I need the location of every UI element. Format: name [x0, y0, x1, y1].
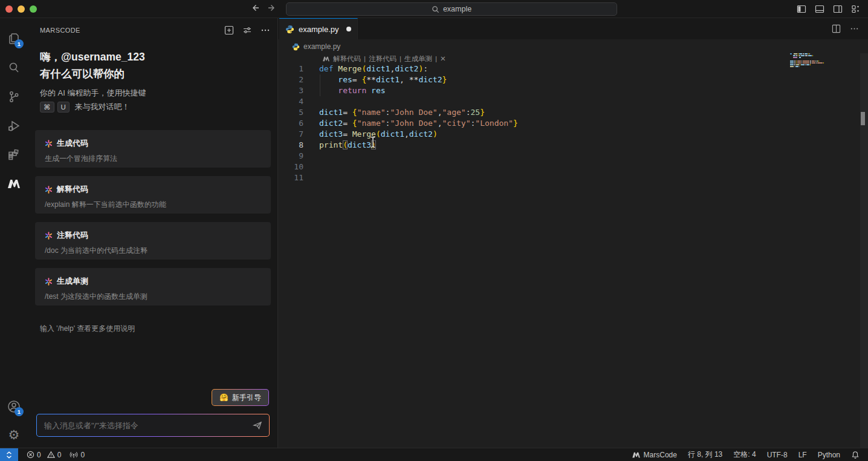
remote-indicator[interactable]	[0, 448, 18, 461]
code-line[interactable]: 6dict2= {"name":"John Doe","city":"Londo…	[278, 118, 868, 129]
code-line[interactable]: 1def Merge(dict1,dict2):	[278, 64, 868, 74]
extensions-icon	[7, 148, 21, 162]
help-hint: 输入 '/help' 查看更多使用说明	[40, 324, 135, 334]
tab-example-py[interactable]: example.py	[279, 18, 358, 39]
activity-bar: 1 1 ⚙	[0, 18, 28, 448]
ports-status[interactable]: 0	[70, 451, 85, 459]
code-editor[interactable]: 解释代码 | 注释代码 | 生成单测 | ✕ 1def Merge(dict1,…	[278, 54, 868, 448]
python-file-icon	[285, 25, 294, 34]
toggle-secondary-sidebar-icon[interactable]	[833, 4, 843, 14]
scrollbar-thumb[interactable]	[861, 112, 865, 125]
codelens: 解释代码 | 注释代码 | 生成单测 | ✕	[322, 54, 868, 64]
marscode-status[interactable]: MarsCode	[632, 451, 677, 459]
card-generate-tests[interactable]: 生成单测 /test 为这段选中的函数生成单测	[35, 268, 271, 306]
code-line[interactable]: 4	[278, 96, 868, 107]
card-desc: 生成一个冒泡排序算法	[45, 154, 261, 164]
code-line[interactable]: 10	[278, 162, 868, 172]
breadcrumb-file[interactable]: example.py	[303, 42, 340, 51]
greeting: 嗨，@username_123 有什么可以帮你的	[40, 48, 145, 82]
accounts-button[interactable]: 1	[0, 392, 28, 421]
modified-dot-icon[interactable]	[346, 27, 351, 31]
sparkle-icon	[45, 232, 53, 240]
marscode-icon	[632, 452, 641, 458]
problems-status[interactable]: 0 0	[27, 451, 61, 459]
code-line[interactable]: 5dict1= {"name":"John Doe","age":25}	[278, 107, 868, 118]
warning-icon	[47, 451, 55, 459]
account-badge: 1	[15, 407, 24, 416]
customize-layout-icon[interactable]	[851, 4, 861, 14]
card-title: 生成单测	[57, 276, 88, 287]
code-line[interactable]: 2 res= {**dict1, **dict2}	[278, 74, 868, 85]
filter-settings-icon[interactable]	[242, 25, 252, 35]
card-title: 生成代码	[57, 138, 88, 149]
codelens-close-icon[interactable]: ✕	[440, 54, 446, 63]
close-window-button[interactable]	[5, 5, 13, 13]
line-number: 2	[278, 74, 303, 85]
card-comment-code[interactable]: 注释代码 /doc 为当前选中的代码生成注释	[35, 222, 271, 260]
toggle-panel-icon[interactable]	[815, 4, 824, 14]
line-number: 5	[278, 107, 303, 118]
code-line[interactable]: 11	[278, 172, 868, 183]
language-mode-status[interactable]: Python	[818, 451, 840, 459]
cursor-position-status[interactable]: 行 8, 列 13	[688, 450, 722, 460]
send-icon[interactable]	[252, 420, 263, 431]
chat-input[interactable]	[37, 421, 269, 430]
onboarding-guide-button[interactable]: 🤗 新手引导	[212, 389, 269, 406]
sidebar-item-extensions[interactable]	[0, 140, 28, 169]
settings-button[interactable]: ⚙	[0, 421, 28, 448]
split-editor-icon[interactable]	[832, 24, 841, 33]
sidebar-item-search[interactable]	[0, 53, 28, 82]
sidebar-item-marscode[interactable]	[0, 169, 28, 198]
card-explain-code[interactable]: 解释代码 /explain 解释一下当前选中函数的功能	[35, 176, 271, 214]
encoding-status[interactable]: UTF-8	[767, 451, 788, 459]
code-line[interactable]: 8print(dict3)	[278, 140, 868, 151]
search-icon	[7, 60, 21, 75]
line-number: 4	[278, 96, 303, 107]
new-chat-icon[interactable]	[224, 25, 234, 35]
sidebar-item-source-control[interactable]	[0, 82, 28, 111]
tab-bar: example.py	[278, 18, 868, 39]
explorer-badge: 1	[15, 39, 24, 48]
line-number: 11	[278, 172, 303, 183]
minimize-window-button[interactable]	[18, 5, 25, 13]
notifications-bell-icon[interactable]	[851, 451, 860, 459]
code-lines[interactable]: 1def Merge(dict1,dict2):2 res= {**dict1,…	[278, 64, 868, 183]
line-number: 1	[278, 64, 303, 74]
navigate-forward-icon[interactable]	[267, 3, 277, 13]
command-center-search[interactable]: example	[286, 2, 617, 16]
zoom-window-button[interactable]	[30, 5, 37, 13]
marscode-panel: MARSCODE 嗨，@username_123 有什么可以帮你的 你的 AI …	[28, 18, 278, 448]
code-line[interactable]: 3 return res	[278, 85, 868, 96]
sidebar-item-run-debug[interactable]	[0, 111, 28, 140]
eol-status[interactable]: LF	[798, 451, 807, 459]
indent-guide	[320, 74, 320, 96]
code-line[interactable]: 7dict3= Merge(dict1,dict2)	[278, 129, 868, 140]
tab-label: example.py	[299, 25, 338, 34]
chat-input-container	[36, 414, 270, 437]
navigate-back-icon[interactable]	[250, 3, 260, 13]
panel-title: MARSCODE	[40, 27, 80, 34]
codelens-explain[interactable]: 解释代码	[333, 54, 361, 64]
greeting-line2: 有什么可以帮你的	[40, 65, 145, 82]
sparkle-icon	[45, 278, 53, 286]
minimap[interactable]	[790, 51, 844, 71]
editor-more-actions-icon[interactable]	[850, 24, 859, 33]
assistant-intro-line1: 你的 AI 编程助手，使用快捷键	[40, 87, 146, 99]
codelens-test[interactable]: 生成单测	[404, 54, 432, 64]
sidebar-item-explorer[interactable]: 1	[0, 24, 28, 53]
breadcrumb[interactable]: example.py	[278, 39, 868, 54]
indentation-status[interactable]: 空格: 4	[733, 450, 756, 460]
guide-label: 新手引导	[232, 393, 261, 403]
code-line[interactable]: 9	[278, 151, 868, 162]
error-count: 0	[37, 451, 41, 459]
codelens-separator: |	[364, 55, 366, 62]
card-title: 解释代码	[57, 184, 88, 195]
toggle-primary-sidebar-icon[interactable]	[797, 4, 806, 14]
text-cursor-pointer	[369, 136, 377, 148]
codelens-comment[interactable]: 注释代码	[369, 54, 397, 64]
card-title: 注释代码	[57, 230, 88, 241]
line-number: 7	[278, 129, 303, 140]
more-actions-icon[interactable]	[261, 25, 270, 35]
card-generate-code[interactable]: 生成代码 生成一个冒泡排序算法	[35, 130, 271, 168]
window-controls	[5, 5, 37, 13]
